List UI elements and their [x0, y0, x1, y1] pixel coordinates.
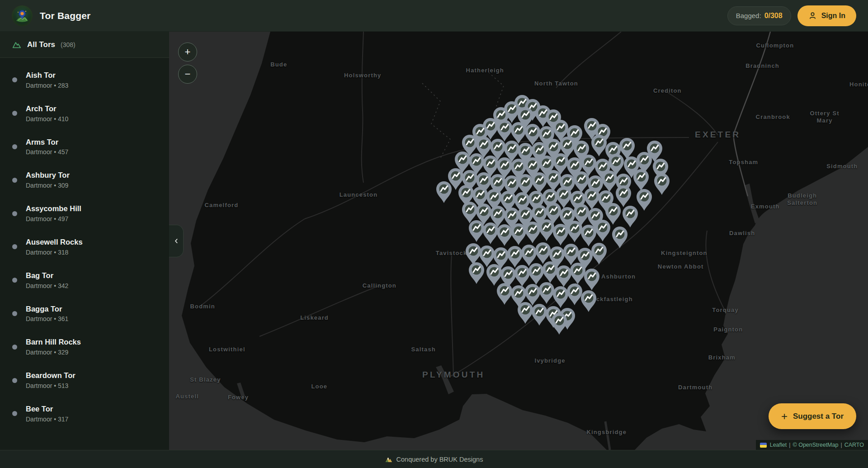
- app-header: Tor Bagger Bagged: 0/308 Sign In: [0, 0, 868, 32]
- tor-name: Barn Hill Rocks: [26, 338, 81, 347]
- tor-list-item[interactable]: Bagga TorDartmoor • 361: [0, 297, 169, 331]
- tor-status-dot: [12, 378, 17, 383]
- tor-name: Ashbury Tor: [26, 171, 70, 180]
- map-canvas[interactable]: BudeHolsworthyHatherleighNorth TawtonCre…: [169, 32, 868, 450]
- tor-list-item[interactable]: Aish TorDartmoor • 283: [0, 63, 169, 97]
- tor-name: Arch Tor: [26, 104, 68, 113]
- chevron-left-icon: [173, 237, 180, 245]
- app-logo-icon: [12, 5, 33, 26]
- tor-region-elevation: Dartmoor • 457: [26, 148, 68, 156]
- mountain-badge-icon: [385, 456, 392, 463]
- zoom-in-button[interactable]: +: [178, 43, 197, 61]
- attribution-separator: |: [789, 442, 790, 448]
- user-icon: [808, 11, 817, 20]
- tor-status-dot: [12, 211, 17, 216]
- tor-name: Arms Tor: [26, 138, 68, 147]
- leaflet-link[interactable]: Leaflet: [770, 442, 787, 448]
- plus-icon: +: [781, 411, 788, 422]
- footer-credit: Conquered by BRUK Designs: [396, 456, 483, 463]
- app-title: Tor Bagger: [40, 10, 90, 21]
- tor-marker-pin[interactable]: [434, 180, 453, 204]
- sidebar-title: All Tors: [27, 40, 55, 49]
- bagged-count-badge: Bagged: 0/308: [727, 6, 791, 25]
- ukraine-flag-icon: [760, 443, 767, 448]
- tor-list-item[interactable]: Arch TorDartmoor • 410: [0, 97, 169, 130]
- tor-region-elevation: Dartmoor • 513: [26, 382, 75, 389]
- tor-list-item[interactable]: Ausewell RocksDartmoor • 318: [0, 230, 169, 264]
- tor-region-elevation: Dartmoor • 497: [26, 215, 81, 222]
- map-marker-layer: [169, 32, 868, 450]
- tor-list-sidebar: All Tors (308) Aish TorDartmoor • 283Arc…: [0, 32, 169, 450]
- tor-marker-pin[interactable]: [579, 289, 598, 313]
- bagged-value: 0/308: [764, 12, 783, 20]
- tor-marker-pin[interactable]: [621, 205, 640, 228]
- sign-in-button[interactable]: Sign In: [797, 5, 856, 26]
- tor-list-item[interactable]: Bee TorDartmoor • 317: [0, 397, 169, 430]
- tor-status-dot: [12, 77, 17, 82]
- tor-name: Beardown Tor: [26, 371, 75, 380]
- sidebar-count: (308): [61, 41, 75, 48]
- tor-status-dot: [12, 345, 17, 350]
- tor-region-elevation: Dartmoor • 329: [26, 349, 81, 356]
- tor-list-item[interactable]: Arms TorDartmoor • 457: [0, 130, 169, 164]
- tor-list-item[interactable]: Ashbury TorDartmoor • 309: [0, 163, 169, 197]
- tor-list: Aish TorDartmoor • 283Arch TorDartmoor •…: [0, 58, 169, 450]
- tor-status-dot: [12, 244, 17, 249]
- tor-marker-pin[interactable]: [550, 312, 569, 336]
- tor-region-elevation: Dartmoor • 309: [26, 182, 70, 189]
- tor-status-dot: [12, 111, 17, 116]
- suggest-a-tor-button[interactable]: + Suggest a Tor: [769, 403, 856, 429]
- tor-name: Bag Tor: [26, 271, 68, 280]
- tor-region-elevation: Dartmoor • 410: [26, 115, 68, 123]
- mountain-icon: [12, 40, 22, 50]
- tor-marker-pin[interactable]: [610, 226, 629, 249]
- attribution-separator: |: [840, 442, 842, 448]
- tor-status-dot: [12, 178, 17, 183]
- tor-marker-pin[interactable]: [495, 223, 514, 247]
- sidebar-collapse-button[interactable]: [169, 225, 184, 257]
- tor-list-item[interactable]: Barn Hill RocksDartmoor • 329: [0, 330, 169, 364]
- tor-region-elevation: Dartmoor • 342: [26, 282, 68, 289]
- openstreetmap-link[interactable]: © OpenStreetMap: [793, 442, 839, 448]
- tor-status-dot: [12, 311, 17, 316]
- sign-in-label: Sign In: [821, 12, 845, 20]
- map-attribution: Leaflet | © OpenStreetMap | CARTO: [756, 440, 868, 450]
- tor-list-item[interactable]: Bag TorDartmoor • 342: [0, 264, 169, 297]
- bagged-label: Bagged:: [736, 12, 761, 19]
- tor-region-elevation: Dartmoor • 318: [26, 249, 83, 256]
- tor-list-item[interactable]: Beardown TorDartmoor • 513: [0, 364, 169, 397]
- sidebar-header: All Tors (308): [0, 32, 169, 58]
- tor-name: Assycombe Hill: [26, 204, 81, 213]
- suggest-a-tor-label: Suggest a Tor: [793, 412, 844, 421]
- tor-status-dot: [12, 411, 17, 416]
- tor-list-item[interactable]: Assycombe HillDartmoor • 497: [0, 197, 169, 230]
- carto-link[interactable]: CARTO: [844, 442, 864, 448]
- tor-status-dot: [12, 278, 17, 283]
- tor-name: Ausewell Rocks: [26, 238, 83, 247]
- zoom-out-button[interactable]: −: [178, 65, 197, 84]
- tor-name: Bee Tor: [26, 405, 68, 414]
- tor-marker-pin[interactable]: [652, 172, 671, 196]
- tor-name: Aish Tor: [26, 71, 68, 80]
- zoom-controls: + −: [178, 43, 197, 84]
- tor-status-dot: [12, 144, 17, 149]
- app-footer: Conquered by BRUK Designs: [0, 450, 868, 468]
- tor-marker-pin[interactable]: [582, 268, 601, 291]
- tor-region-elevation: Dartmoor • 361: [26, 315, 68, 322]
- tor-region-elevation: Dartmoor • 283: [26, 82, 68, 89]
- tor-marker-pin[interactable]: [467, 261, 486, 285]
- tor-region-elevation: Dartmoor • 317: [26, 416, 68, 423]
- tor-name: Bagga Tor: [26, 305, 68, 314]
